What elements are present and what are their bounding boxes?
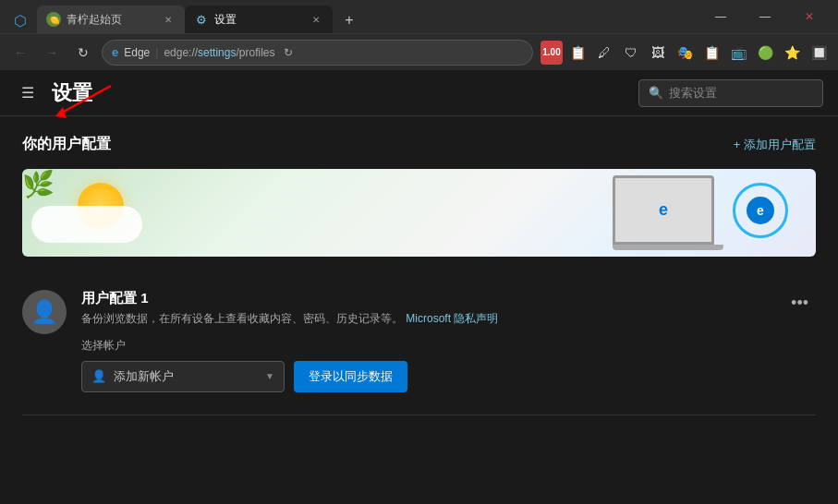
address-reload-icon: ↻ xyxy=(284,46,293,59)
edge-orb-decoration: e xyxy=(733,183,788,238)
browser-logo-icon: ⬡ xyxy=(7,7,33,33)
search-settings-input[interactable]: 🔍 搜索设置 xyxy=(638,79,823,107)
search-placeholder: 搜索设置 xyxy=(669,85,717,102)
privacy-link[interactable]: Microsoft 隐私声明 xyxy=(406,312,498,325)
laptop-decoration: e xyxy=(613,175,723,250)
maximize-button[interactable]: — xyxy=(744,3,786,30)
profile-avatar: 👤 xyxy=(22,290,67,334)
hamburger-icon[interactable]: ☰ xyxy=(15,80,41,106)
forward-button[interactable]: → xyxy=(39,40,65,66)
favorites-icon[interactable]: ⭐ xyxy=(780,41,804,65)
address-prefix: Edge xyxy=(124,46,150,59)
settings-page-title: 设置 xyxy=(52,79,92,107)
profile-description: 备份浏览数据，在所有设备上查看收藏内容、密码、历史记录等。 Microsoft … xyxy=(81,311,769,327)
nav-bar: ← → ↻ e Edge | edge://settings/profiles … xyxy=(0,33,838,70)
main-content: ☰ 设置 🔍 搜索设置 你的用户配置 + 添加用户配置 🌿 xyxy=(0,70,838,504)
cloud-decoration xyxy=(31,206,142,243)
score-badge: 1.00 xyxy=(540,41,563,65)
refresh-button[interactable]: ↻ xyxy=(70,40,96,66)
avatar-icon: 👤 xyxy=(30,299,58,325)
edge-logo-mini: e xyxy=(112,45,118,59)
tab-settings[interactable]: ⚙ 设置 ✕ xyxy=(185,6,333,33)
banner-right-decoration: e e xyxy=(557,169,816,257)
tab-close-settings[interactable]: ✕ xyxy=(309,12,323,27)
profiles-section-header: 你的用户配置 + 添加用户配置 xyxy=(22,135,816,154)
clipboard-icon[interactable]: 📋 xyxy=(699,41,723,65)
tab-label-qingning: 青柠起始页 xyxy=(67,12,122,28)
profile-card: 👤 用户配置 1 备份浏览数据，在所有设备上查看收藏内容、密码、历史记录等。 M… xyxy=(22,275,816,407)
settings-page: ☰ 设置 🔍 搜索设置 你的用户配置 + 添加用户配置 🌿 xyxy=(0,70,838,504)
tab-qingning[interactable]: 🍋 青柠起始页 ✕ xyxy=(37,6,185,33)
settings-header: ☰ 设置 🔍 搜索设置 xyxy=(0,70,838,116)
divider xyxy=(22,414,816,415)
tab-favicon-settings: ⚙ xyxy=(194,12,209,27)
laptop-screen: e xyxy=(613,175,714,245)
nav-icons: 1.00 📋 🖊 🛡 🖼 🎭 📋 📺 🟢 ⭐ 🔲 xyxy=(540,41,831,65)
chevron-down-icon: ▼ xyxy=(265,371,274,381)
shield-icon[interactable]: 🛡 xyxy=(619,41,643,65)
profile-banner: 🌿 e e xyxy=(22,169,816,257)
settings-content: 你的用户配置 + 添加用户配置 🌿 e xyxy=(0,116,838,441)
bing-icon[interactable]: 🎭 xyxy=(673,41,697,65)
tv-icon[interactable]: 📺 xyxy=(726,41,750,65)
address-full: edge://settings/profiles xyxy=(164,46,274,59)
tab-label-settings: 设置 xyxy=(214,12,237,28)
search-icon: 🔍 xyxy=(649,86,663,100)
account-row: 👤 添加新帐户 ▼ 登录以同步数据 xyxy=(81,361,769,392)
orb-inner: e xyxy=(747,197,774,224)
tab-group: ⬡ 🍋 青柠起始页 ✕ ⚙ 设置 ✕ + xyxy=(7,0,362,33)
profile-info: 用户配置 1 备份浏览数据，在所有设备上查看收藏内容、密码、历史记录等。 Mic… xyxy=(81,290,769,392)
screenshot-icon[interactable]: 🖼 xyxy=(646,41,670,65)
sync-button[interactable]: 登录以同步数据 xyxy=(294,361,407,392)
window-controls: — — ✕ xyxy=(699,3,831,30)
laptop-base xyxy=(613,245,723,250)
account-icon: 👤 xyxy=(91,369,106,383)
address-bar[interactable]: e Edge | edge://settings/profiles ↻ xyxy=(102,40,533,66)
minimize-button[interactable]: — xyxy=(699,3,742,30)
profile-name: 用户配置 1 xyxy=(81,290,769,307)
account-section: 选择帐户 👤 添加新帐户 ▼ 登录以同步数据 xyxy=(81,338,769,392)
tab-favicon-qingning: 🍋 xyxy=(46,12,61,27)
address-separator: | xyxy=(155,46,158,59)
account-dropdown[interactable]: 👤 添加新帐户 ▼ xyxy=(81,361,285,392)
tab-close-qingning[interactable]: ✕ xyxy=(161,12,176,27)
sidebar-icon[interactable]: 🔲 xyxy=(807,41,831,65)
title-bar: ⬡ 🍋 青柠起始页 ✕ ⚙ 设置 ✕ + — — ✕ xyxy=(0,0,838,33)
banner-left-decoration: 🌿 xyxy=(22,169,207,257)
collections-icon[interactable]: 📋 xyxy=(565,41,589,65)
close-button[interactable]: ✕ xyxy=(788,3,831,30)
new-tab-button[interactable]: + xyxy=(336,7,362,33)
account-section-label: 选择帐户 xyxy=(81,338,769,354)
profiles-section-title: 你的用户配置 xyxy=(22,135,111,154)
back-button[interactable]: ← xyxy=(7,40,33,66)
profile-desc-text: 备份浏览数据，在所有设备上查看收藏内容、密码、历史记录等。 xyxy=(81,312,403,325)
add-profile-button[interactable]: + 添加用户配置 xyxy=(734,137,816,153)
immersive-reader-icon[interactable]: 🖊 xyxy=(592,41,616,65)
profile-more-button[interactable]: ••• xyxy=(783,290,816,317)
green-icon[interactable]: 🟢 xyxy=(753,41,777,65)
account-dropdown-placeholder: 添加新帐户 xyxy=(114,368,174,385)
orb-ring: e xyxy=(733,183,788,238)
